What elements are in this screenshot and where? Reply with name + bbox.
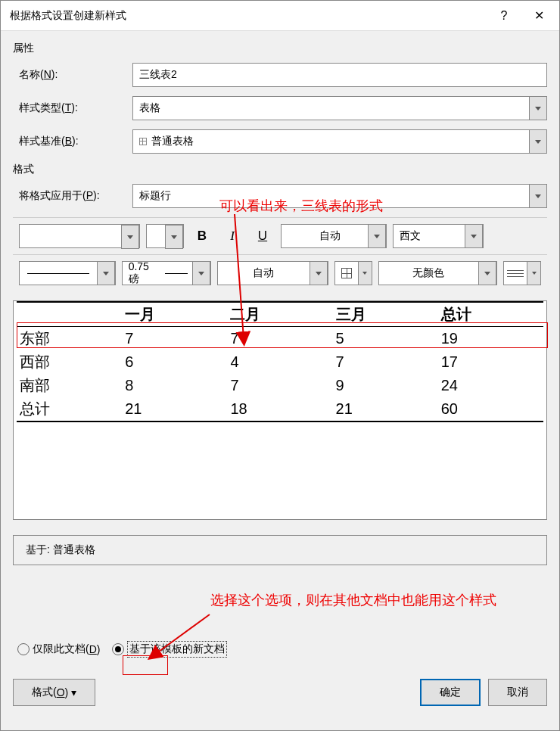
row-name: 名称(N): 三线表2: [13, 63, 547, 87]
input-name[interactable]: 三线表2: [132, 63, 547, 87]
fill-color-combo[interactable]: 无颜色: [378, 261, 497, 285]
help-button[interactable]: ?: [487, 5, 521, 27]
preview-table: 一月二月三月总计 东部77519西部64717南部87924总计21182160: [17, 301, 543, 422]
combo-styletype[interactable]: 表格: [132, 96, 547, 120]
table-row: 东部77519: [17, 327, 543, 351]
chevron-down-icon: [478, 261, 496, 285]
combo-basedon[interactable]: 普通表格: [132, 129, 547, 154]
chevron-down-icon: [465, 224, 483, 248]
row-applyto: 将格式应用于(P): 标题行: [13, 184, 547, 208]
table-header: 三月: [333, 302, 438, 327]
table-header: 一月: [122, 302, 227, 327]
line-style-combo[interactable]: [19, 261, 116, 285]
chevron-down-icon: [359, 261, 372, 285]
annotation-2: 选择这个选项，则在其他文档中也能用这个样式: [210, 590, 543, 611]
table-row: 总计21182160: [17, 397, 543, 421]
more-options-button[interactable]: [503, 261, 541, 285]
label-applyto: 将格式应用于(P):: [19, 189, 132, 203]
row-basedon: 样式基准(B): 普通表格: [13, 129, 547, 154]
ok-button[interactable]: 确定: [420, 679, 481, 706]
line-weight-combo[interactable]: 0.75 磅: [122, 261, 211, 285]
cancel-button[interactable]: 取消: [488, 679, 547, 706]
chevron-down-icon: [165, 225, 183, 249]
chevron-down-icon[interactable]: [529, 96, 547, 120]
button-row: 格式(O) ▾ 确定 取消: [13, 679, 547, 706]
borders-button[interactable]: [334, 261, 372, 285]
chevron-down-icon: [368, 224, 386, 248]
titlebar: 根据格式设置创建新样式 ? ✕: [1, 1, 559, 31]
table-row: 西部64717: [17, 350, 543, 374]
font-family-combo[interactable]: [19, 224, 140, 248]
radio-row: 仅限此文档(D) 基于该模板的新文档: [13, 635, 547, 664]
table-header: 二月: [227, 302, 332, 327]
grid-icon: [341, 268, 352, 278]
script-combo[interactable]: 西文: [393, 224, 484, 248]
font-toolbar: B I U 自动 西文: [13, 217, 547, 255]
radio-this-doc[interactable]: 仅限此文档(D): [17, 642, 100, 656]
chevron-down-icon: [121, 225, 139, 249]
font-color-combo[interactable]: 自动: [281, 224, 387, 248]
table-header: [17, 302, 122, 327]
combo-applyto[interactable]: 标题行: [132, 184, 547, 208]
table-icon: [139, 138, 147, 145]
format-button[interactable]: 格式(O) ▾: [13, 679, 95, 706]
label-styletype: 样式类型(T):: [19, 101, 132, 115]
section-attributes: 属性: [13, 42, 547, 55]
label-basedon: 样式基准(B):: [19, 135, 132, 148]
border-color-combo[interactable]: 自动: [217, 261, 328, 285]
chevron-down-icon[interactable]: [529, 184, 547, 208]
font-size-combo[interactable]: [146, 224, 184, 248]
close-button[interactable]: ✕: [521, 5, 556, 27]
row-styletype: 样式类型(T): 表格: [13, 96, 547, 120]
chevron-down-icon: [192, 261, 210, 285]
radio-template[interactable]: 基于该模板的新文档: [112, 641, 227, 658]
underline-button[interactable]: U: [250, 224, 275, 248]
italic-button[interactable]: I: [220, 224, 244, 248]
table-row: 南部87924: [17, 374, 543, 397]
section-format: 格式: [13, 163, 547, 176]
border-toolbar: 0.75 磅 自动 无颜色: [13, 255, 547, 291]
preview-pane: 一月二月三月总计 东部77519西部64717南部87924总计21182160: [13, 300, 547, 520]
chevron-down-icon: [97, 261, 115, 285]
chevron-down-icon: [527, 261, 541, 285]
dialog: 根据格式设置创建新样式 ? ✕ 属性 名称(N): 三线表2 样式类型(T): …: [0, 0, 560, 731]
content: 属性 名称(N): 三线表2 样式类型(T): 表格 样式基准(B): 普通表格…: [1, 31, 559, 717]
table-header: 总计: [438, 302, 543, 327]
bold-button[interactable]: B: [190, 224, 214, 248]
dialog-title: 根据格式设置创建新样式: [10, 9, 487, 23]
chevron-down-icon[interactable]: [529, 129, 547, 154]
description-box: 基于: 普通表格: [13, 535, 547, 565]
label-name: 名称(N):: [19, 68, 132, 82]
chevron-down-icon: [310, 261, 328, 285]
